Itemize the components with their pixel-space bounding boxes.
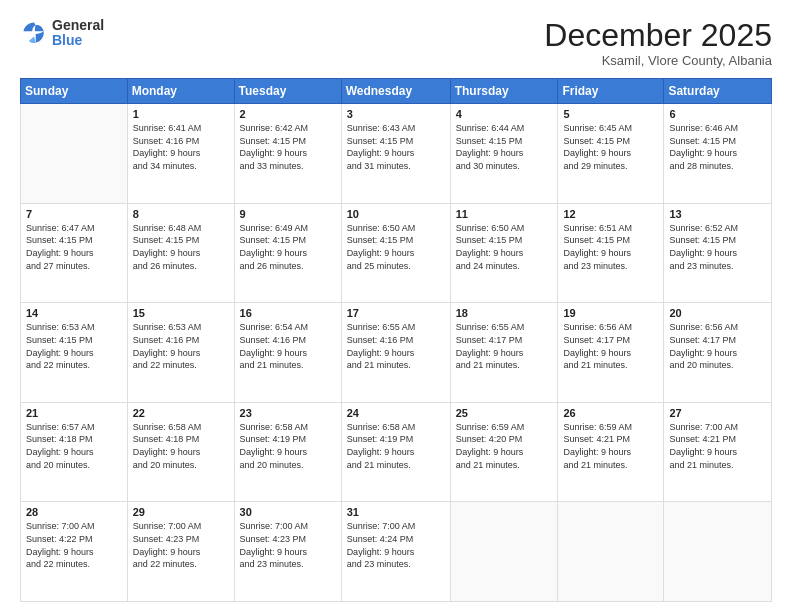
day-info-line: Daylight: 9 hours [456, 148, 524, 158]
day-info-line: Sunrise: 7:00 AM [240, 521, 309, 531]
day-info-line: Daylight: 9 hours [133, 248, 201, 258]
calendar-cell: 22Sunrise: 6:58 AMSunset: 4:18 PMDayligh… [127, 402, 234, 502]
day-info-line: Daylight: 9 hours [347, 547, 415, 557]
calendar-cell: 30Sunrise: 7:00 AMSunset: 4:23 PMDayligh… [234, 502, 341, 602]
title-section: December 2025 Ksamil, Vlore County, Alba… [544, 18, 772, 68]
day-info-line: Daylight: 9 hours [669, 348, 737, 358]
calendar-table: Sunday Monday Tuesday Wednesday Thursday… [20, 78, 772, 602]
day-info: Sunrise: 7:00 AMSunset: 4:21 PMDaylight:… [669, 421, 766, 471]
calendar-cell [558, 502, 664, 602]
day-info-line: and 21 minutes. [669, 460, 733, 470]
day-info-line: Sunset: 4:21 PM [669, 434, 736, 444]
day-info-line: Sunset: 4:18 PM [26, 434, 93, 444]
header: General Blue December 2025 Ksamil, Vlore… [20, 18, 772, 68]
day-info-line: Sunset: 4:17 PM [563, 335, 630, 345]
day-info: Sunrise: 6:58 AMSunset: 4:19 PMDaylight:… [347, 421, 445, 471]
col-thursday: Thursday [450, 79, 558, 104]
day-info-line: Sunset: 4:15 PM [347, 136, 414, 146]
day-info: Sunrise: 7:00 AMSunset: 4:24 PMDaylight:… [347, 520, 445, 570]
day-info: Sunrise: 6:54 AMSunset: 4:16 PMDaylight:… [240, 321, 336, 371]
calendar-cell: 7Sunrise: 6:47 AMSunset: 4:15 PMDaylight… [21, 203, 128, 303]
day-info: Sunrise: 6:55 AMSunset: 4:16 PMDaylight:… [347, 321, 445, 371]
day-info-line: Sunset: 4:15 PM [240, 136, 307, 146]
calendar-week-2: 7Sunrise: 6:47 AMSunset: 4:15 PMDaylight… [21, 203, 772, 303]
calendar-cell: 23Sunrise: 6:58 AMSunset: 4:19 PMDayligh… [234, 402, 341, 502]
calendar-cell: 29Sunrise: 7:00 AMSunset: 4:23 PMDayligh… [127, 502, 234, 602]
day-info: Sunrise: 6:43 AMSunset: 4:15 PMDaylight:… [347, 122, 445, 172]
col-wednesday: Wednesday [341, 79, 450, 104]
day-number: 30 [240, 506, 336, 518]
day-info-line: Sunset: 4:15 PM [26, 235, 93, 245]
day-info-line: and 21 minutes. [563, 360, 627, 370]
calendar-cell: 3Sunrise: 6:43 AMSunset: 4:15 PMDaylight… [341, 104, 450, 204]
day-number: 20 [669, 307, 766, 319]
day-info-line: Sunrise: 6:59 AM [456, 422, 525, 432]
calendar-cell: 13Sunrise: 6:52 AMSunset: 4:15 PMDayligh… [664, 203, 772, 303]
calendar-cell: 9Sunrise: 6:49 AMSunset: 4:15 PMDaylight… [234, 203, 341, 303]
day-info: Sunrise: 6:59 AMSunset: 4:20 PMDaylight:… [456, 421, 553, 471]
day-info-line: Sunrise: 6:51 AM [563, 223, 632, 233]
day-info-line: Daylight: 9 hours [563, 447, 631, 457]
day-info-line: Daylight: 9 hours [669, 447, 737, 457]
day-number: 14 [26, 307, 122, 319]
calendar-cell: 24Sunrise: 6:58 AMSunset: 4:19 PMDayligh… [341, 402, 450, 502]
calendar-week-1: 1Sunrise: 6:41 AMSunset: 4:16 PMDaylight… [21, 104, 772, 204]
day-info-line: Sunset: 4:15 PM [456, 136, 523, 146]
calendar-week-3: 14Sunrise: 6:53 AMSunset: 4:15 PMDayligh… [21, 303, 772, 403]
calendar-cell [21, 104, 128, 204]
day-info-line: Sunrise: 6:50 AM [347, 223, 416, 233]
day-number: 23 [240, 407, 336, 419]
day-number: 25 [456, 407, 553, 419]
day-info-line: Sunrise: 6:55 AM [347, 322, 416, 332]
day-info-line: and 20 minutes. [26, 460, 90, 470]
day-info-line: Daylight: 9 hours [563, 148, 631, 158]
day-info: Sunrise: 6:41 AMSunset: 4:16 PMDaylight:… [133, 122, 229, 172]
day-info-line: Sunrise: 6:43 AM [347, 123, 416, 133]
calendar-cell: 27Sunrise: 7:00 AMSunset: 4:21 PMDayligh… [664, 402, 772, 502]
day-info-line: Sunset: 4:24 PM [347, 534, 414, 544]
day-info-line: Daylight: 9 hours [669, 148, 737, 158]
day-info-line: Sunset: 4:16 PM [347, 335, 414, 345]
calendar-header: Sunday Monday Tuesday Wednesday Thursday… [21, 79, 772, 104]
day-info-line: Sunrise: 6:44 AM [456, 123, 525, 133]
day-info-line: and 23 minutes. [563, 261, 627, 271]
day-info-line: Sunset: 4:16 PM [133, 335, 200, 345]
day-info-line: Sunset: 4:15 PM [563, 136, 630, 146]
day-number: 13 [669, 208, 766, 220]
day-info-line: Daylight: 9 hours [133, 547, 201, 557]
day-info-line: Sunrise: 6:56 AM [563, 322, 632, 332]
col-saturday: Saturday [664, 79, 772, 104]
day-info: Sunrise: 6:44 AMSunset: 4:15 PMDaylight:… [456, 122, 553, 172]
day-info: Sunrise: 6:58 AMSunset: 4:19 PMDaylight:… [240, 421, 336, 471]
day-info: Sunrise: 6:50 AMSunset: 4:15 PMDaylight:… [347, 222, 445, 272]
day-number: 8 [133, 208, 229, 220]
day-info-line: Daylight: 9 hours [26, 248, 94, 258]
day-number: 3 [347, 108, 445, 120]
day-info-line: Daylight: 9 hours [563, 348, 631, 358]
day-info-line: Sunrise: 7:00 AM [133, 521, 202, 531]
day-info-line: Sunrise: 6:48 AM [133, 223, 202, 233]
day-info-line: Daylight: 9 hours [240, 547, 308, 557]
day-info-line: Sunrise: 6:56 AM [669, 322, 738, 332]
day-info-line: Daylight: 9 hours [240, 248, 308, 258]
day-info-line: and 31 minutes. [347, 161, 411, 171]
day-info-line: and 27 minutes. [26, 261, 90, 271]
day-info-line: and 23 minutes. [347, 559, 411, 569]
day-info-line: and 23 minutes. [669, 261, 733, 271]
day-info-line: Daylight: 9 hours [133, 148, 201, 158]
day-info-line: Sunrise: 6:53 AM [133, 322, 202, 332]
day-info-line: and 22 minutes. [26, 360, 90, 370]
logo-blue-text: Blue [52, 33, 104, 48]
day-info-line: and 30 minutes. [456, 161, 520, 171]
day-info-line: Sunset: 4:15 PM [563, 235, 630, 245]
day-info-line: Sunset: 4:17 PM [456, 335, 523, 345]
day-info-line: Sunset: 4:15 PM [347, 235, 414, 245]
day-info: Sunrise: 6:52 AMSunset: 4:15 PMDaylight:… [669, 222, 766, 272]
day-info-line: and 20 minutes. [669, 360, 733, 370]
day-number: 26 [563, 407, 658, 419]
day-info-line: Sunrise: 6:54 AM [240, 322, 309, 332]
day-number: 6 [669, 108, 766, 120]
calendar-cell: 26Sunrise: 6:59 AMSunset: 4:21 PMDayligh… [558, 402, 664, 502]
day-info: Sunrise: 6:53 AMSunset: 4:15 PMDaylight:… [26, 321, 122, 371]
day-info-line: Sunrise: 6:42 AM [240, 123, 309, 133]
